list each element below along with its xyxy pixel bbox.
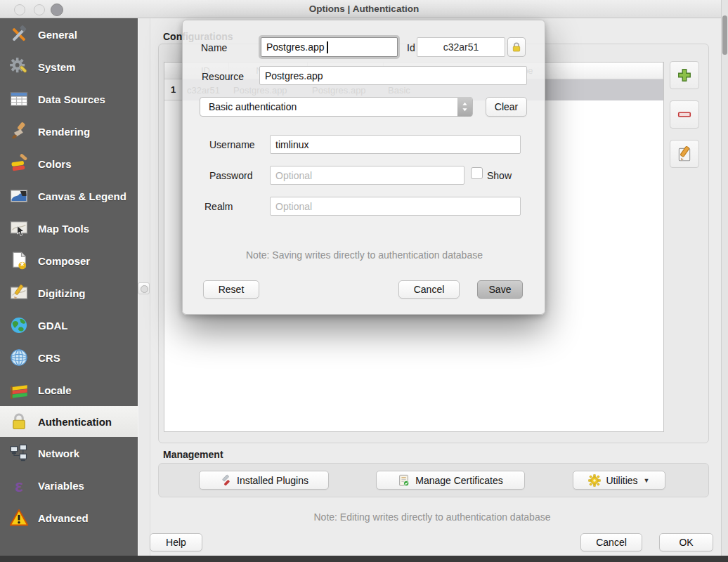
sidebar-item-label: Digitizing	[38, 287, 86, 299]
help-button[interactable]: Help	[150, 533, 202, 551]
screen-bottom-edge	[0, 556, 728, 562]
realm-input[interactable]	[270, 197, 521, 216]
button-label: Manage Certificates	[415, 475, 503, 486]
table-icon	[9, 89, 29, 109]
splitter-handle[interactable]	[138, 282, 150, 294]
utilities-button[interactable]: Utilities ▼	[573, 471, 665, 490]
sidebar-item-network[interactable]: Network	[0, 437, 138, 469]
network-computers-icon	[9, 443, 29, 463]
name-input[interactable]	[261, 37, 398, 57]
window-title: Options | Authentication	[0, 4, 728, 14]
button-label: Cancel	[596, 537, 627, 548]
button-label: Help	[166, 537, 186, 548]
options-window: Options | Authentication General System …	[0, 0, 728, 562]
add-configuration-button[interactable]	[670, 61, 699, 89]
sidebar-item-gdal[interactable]: GDAL	[0, 309, 138, 341]
button-label: Installed Plugins	[237, 475, 308, 486]
button-label: Cancel	[414, 284, 445, 295]
sidebar-item-label: Locale	[38, 384, 72, 396]
sidebar-item-label: GDAL	[38, 320, 68, 332]
paintbrush-icon	[9, 122, 29, 141]
sidebar-item-variables[interactable]: ε Variables	[0, 469, 138, 502]
tools-icon	[9, 25, 29, 44]
installed-plugins-button[interactable]: Installed Plugins	[199, 471, 329, 490]
sidebar-item-data-sources[interactable]: Data Sources	[0, 83, 138, 115]
sidebar-item-digitizing[interactable]: Digitizing	[0, 277, 138, 309]
button-label: Save	[489, 284, 512, 295]
username-label: Username	[209, 139, 255, 150]
sidebar-item-label: Rendering	[38, 126, 90, 138]
button-label: OK	[679, 537, 693, 548]
gear-wrench-icon	[9, 57, 29, 77]
sidebar-item-label: CRS	[38, 352, 60, 364]
sidebar-item-map-tools[interactable]: Map Tools	[0, 212, 138, 244]
resource-input[interactable]	[259, 66, 527, 85]
globe-grid-icon	[9, 348, 29, 367]
flag-stripes-icon	[9, 380, 29, 400]
management-heading: Management	[163, 449, 223, 460]
remove-configuration-button[interactable]	[670, 100, 699, 129]
map-cursor-icon	[9, 218, 29, 238]
lock-icon	[9, 412, 29, 431]
minus-icon	[677, 107, 692, 122]
warning-triangle-icon	[9, 508, 29, 528]
sidebar-item-colors[interactable]: Colors	[0, 148, 138, 180]
saving-note: Note: Saving writes directly to authenti…	[183, 249, 546, 261]
color-swatches-icon	[9, 154, 29, 174]
title-bar: Options | Authentication	[0, 0, 728, 18]
username-input[interactable]	[270, 135, 521, 154]
edit-configuration-button[interactable]	[670, 140, 699, 168]
sidebar-item-label: Composer	[38, 255, 90, 267]
save-button[interactable]: Save	[477, 280, 523, 299]
reset-button[interactable]: Reset	[203, 280, 259, 299]
button-label: Clear	[495, 101, 518, 112]
svg-text:ε: ε	[15, 476, 23, 495]
sidebar-item-label: Colors	[38, 158, 72, 170]
page-asterisk-icon: *	[9, 251, 29, 270]
sidebar-item-label: Authentication	[38, 416, 112, 428]
sidebar-item-rendering[interactable]: Rendering	[0, 115, 138, 148]
map-pencil-icon	[9, 283, 29, 303]
sidebar-item-crs[interactable]: CRS	[0, 341, 138, 374]
button-label: Reset	[219, 284, 245, 295]
pencil-icon	[676, 145, 693, 162]
row-number-header[interactable]	[164, 63, 183, 79]
password-input[interactable]	[270, 166, 464, 185]
sidebar-item-advanced[interactable]: Advanced	[0, 502, 138, 534]
row-number-cell: 1	[164, 79, 183, 100]
id-input[interactable]	[417, 37, 505, 57]
globe-icon	[9, 315, 29, 335]
resource-label: Resource	[202, 71, 244, 82]
show-label: Show	[487, 170, 512, 181]
sidebar-item-composer[interactable]: * Composer	[0, 244, 138, 277]
name-label: Name	[201, 42, 227, 53]
sidebar-item-label: Advanced	[38, 512, 89, 524]
map-canvas-icon	[9, 186, 29, 206]
text-caret	[327, 41, 328, 53]
id-label: Id	[407, 42, 415, 53]
lock-icon	[511, 41, 522, 53]
auth-method-select[interactable]: Basic authentication	[200, 97, 473, 117]
scrollbar-thumb[interactable]	[722, 15, 727, 55]
options-sidebar: General System Data Sources Rendering Co…	[0, 18, 138, 562]
sidebar-item-locale[interactable]: Locale	[0, 374, 138, 406]
sidebar-item-canvas-legend[interactable]: Canvas & Legend	[0, 180, 138, 212]
dialog-cancel-button[interactable]: Cancel	[398, 280, 460, 299]
wrench-icon	[219, 474, 232, 487]
clear-button[interactable]: Clear	[486, 97, 527, 117]
show-password-checkbox[interactable]	[471, 167, 483, 179]
ok-button[interactable]: OK	[659, 533, 713, 551]
manage-certificates-button[interactable]: Manage Certificates	[376, 471, 525, 490]
cancel-button[interactable]: Cancel	[580, 533, 642, 551]
selected-method: Basic authentication	[209, 101, 297, 112]
window-scrollbar[interactable]	[721, 0, 728, 562]
id-lock-button[interactable]	[507, 37, 526, 57]
sidebar-item-system[interactable]: System	[0, 51, 138, 83]
realm-label: Realm	[204, 201, 233, 212]
gear-icon	[588, 474, 601, 487]
sidebar-item-label: Variables	[38, 480, 84, 492]
sidebar-item-general[interactable]: General	[0, 18, 138, 51]
sidebar-item-label: Data Sources	[38, 93, 105, 105]
sidebar-item-authentication[interactable]: Authentication	[0, 406, 150, 437]
dropdown-arrow-icon: ▼	[644, 477, 650, 484]
